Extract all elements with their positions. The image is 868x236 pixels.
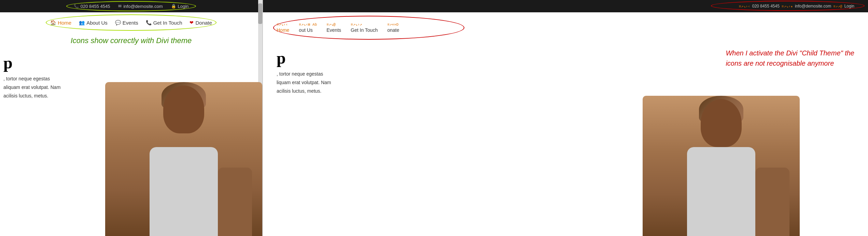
nav-about-right[interactable]: ≡↗↘‹⊞ Ab out Us bbox=[299, 22, 317, 33]
person-image-right bbox=[643, 96, 800, 236]
garbled-icon-email: ≡↗↘‹★ bbox=[782, 4, 793, 9]
nav-events-left[interactable]: 💬 Events bbox=[115, 20, 138, 26]
nav-about-left[interactable]: 👥 About Us bbox=[79, 20, 108, 26]
body-left bbox=[150, 147, 218, 236]
nav-donate-right[interactable]: ≡↗«»D onate bbox=[387, 22, 399, 33]
garbled-home: ≡↗↘›‹ bbox=[277, 22, 288, 27]
top-bar-right: ≡↗↘›‹ 020 8455 4545 ≡↗↘‹★ info@demosite.… bbox=[263, 0, 868, 12]
email-icon-left: ✉ bbox=[118, 4, 122, 9]
person-image-left bbox=[105, 82, 262, 236]
body-line1-right: , tortor neque egestas bbox=[277, 70, 331, 78]
face-right bbox=[701, 99, 742, 147]
nav-home-left[interactable]: 🏠 Home bbox=[50, 20, 71, 26]
login-right[interactable]: Login bbox=[844, 4, 854, 9]
nav-contact-right[interactable]: ≡↗↘›↗ Get In Touch bbox=[351, 22, 378, 33]
donate-label-right[interactable]: onate bbox=[387, 27, 399, 33]
child-figure-left bbox=[218, 168, 252, 236]
content-text-left: p , tortor neque egestas aliquam erat vo… bbox=[3, 55, 60, 101]
body-line3-left: acilisis luctus, metus. bbox=[3, 92, 60, 100]
phone-item-left: 📞 020 8455 4545 bbox=[74, 4, 110, 9]
phone-nav-icon-left: 📞 bbox=[146, 20, 152, 25]
garbled-contact: ≡↗↘›↗ bbox=[351, 22, 362, 27]
content-area-right: p , tortor neque egestas liquam erat vol… bbox=[263, 43, 868, 236]
body-line1-left: , tortor neque egestas bbox=[3, 75, 60, 83]
donate-label-left[interactable]: Donate bbox=[195, 20, 212, 26]
phone-number-left: 020 8455 4545 bbox=[81, 4, 110, 9]
child-figure-right bbox=[755, 168, 789, 236]
contact-label-right[interactable]: Get In Touch bbox=[351, 27, 378, 33]
big-letter-right: p bbox=[277, 50, 331, 66]
topbar-content-right: ≡↗↘›‹ 020 8455 4545 ≡↗↘‹★ info@demosite.… bbox=[739, 4, 854, 9]
login-item-left[interactable]: 🔒 Login bbox=[171, 4, 189, 9]
events-label-right[interactable]: Events bbox=[326, 27, 341, 33]
phone-right: 020 8455 4545 bbox=[752, 4, 780, 9]
users-icon-left: 👥 bbox=[79, 20, 85, 25]
nav-bar-left: 🏠 Home 👥 About Us 💬 Events 📞 Get In Touc… bbox=[0, 12, 262, 33]
nav-donate-left[interactable]: ❤ Donate bbox=[190, 20, 212, 26]
chat-icon-left: 💬 bbox=[115, 20, 121, 25]
left-panel: 📞 020 8455 4545 ✉ info@demosite.com 🔒 Lo… bbox=[0, 0, 263, 236]
nav-items-right: ≡↗↘›‹ Home ≡↗↘‹⊞ Ab out Us ≡↗↘@ Events ≡… bbox=[277, 22, 399, 33]
body-line2-right: liquam erat volutpat. Nam bbox=[277, 78, 331, 87]
right-panel: ≡↗↘›‹ 020 8455 4545 ≡↗↘‹★ info@demosite.… bbox=[263, 0, 868, 236]
about-label-right[interactable]: out Us bbox=[299, 27, 312, 33]
body-line2-left: aliquam erat volutpat. Nam bbox=[3, 83, 60, 92]
heart-icon-left: ❤ bbox=[190, 20, 194, 25]
garbled-icon-phone: ≡↗↘›‹ bbox=[739, 4, 750, 9]
home-label-left[interactable]: Home bbox=[58, 20, 71, 26]
nav-bar-right: ≡↗↘›‹ Home ≡↗↘‹⊞ Ab out Us ≡↗↘@ Events ≡… bbox=[263, 12, 868, 43]
home-label-right[interactable]: Home bbox=[277, 27, 289, 33]
content-area-left: p , tortor neque egestas aliquam erat vo… bbox=[0, 48, 262, 236]
nav-items-left: 🏠 Home 👥 About Us 💬 Events 📞 Get In Touc… bbox=[50, 20, 212, 26]
body-right bbox=[687, 147, 755, 236]
garbled-icon-login: ≡↗↗@ bbox=[833, 4, 842, 9]
phone-icon-left: 📞 bbox=[74, 4, 79, 9]
about-label-left[interactable]: About Us bbox=[86, 20, 108, 26]
nav-contact-left[interactable]: 📞 Get In Touch bbox=[146, 20, 182, 26]
big-letter-left: p bbox=[3, 55, 60, 71]
home-icon-left: 🏠 bbox=[50, 20, 56, 25]
top-bar-left: 📞 020 8455 4545 ✉ info@demosite.com 🔒 Lo… bbox=[0, 0, 262, 12]
garbled-donate: ≡↗«»D bbox=[387, 22, 398, 27]
body-line3-right: acilisis luctus, metus. bbox=[277, 87, 331, 95]
events-label-left[interactable]: Events bbox=[123, 20, 138, 26]
body-text-left: , tortor neque egestas aliquam erat volu… bbox=[3, 75, 60, 101]
contact-label-left[interactable]: Get In Touch bbox=[153, 20, 182, 26]
nav-events-right[interactable]: ≡↗↘@ Events bbox=[326, 22, 341, 33]
content-text-right: p , tortor neque egestas liquam erat vol… bbox=[277, 50, 331, 96]
caption-left: Icons show correctly with Divi theme bbox=[0, 36, 262, 45]
face-left bbox=[163, 86, 204, 133]
garbled-about: ≡↗↘‹⊞ Ab bbox=[299, 22, 317, 27]
email-item-left: ✉ info@demosite.com bbox=[118, 4, 163, 9]
login-label-left[interactable]: Login bbox=[178, 4, 189, 9]
nav-home-right[interactable]: ≡↗↘›‹ Home bbox=[277, 22, 289, 33]
email-address-left: info@demosite.com bbox=[123, 4, 163, 9]
email-right: info@demosite.com bbox=[795, 4, 831, 9]
garbled-events: ≡↗↘@ bbox=[326, 22, 335, 27]
body-text-right: , tortor neque egestas liquam erat volut… bbox=[277, 70, 331, 96]
lock-icon-left: 🔒 bbox=[171, 4, 176, 9]
